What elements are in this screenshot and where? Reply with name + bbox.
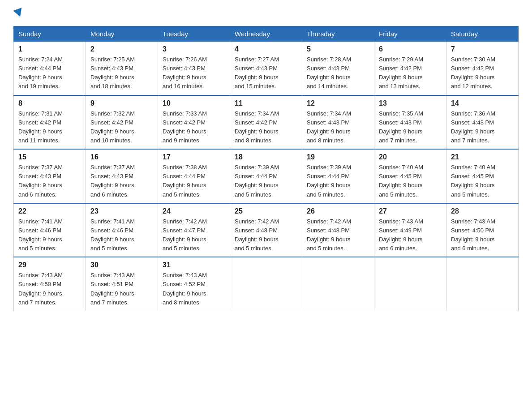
day-number: 10	[163, 99, 225, 107]
calendar-cell: 16Sunrise: 7:37 AMSunset: 4:43 PMDayligh…	[86, 149, 158, 203]
calendar-cell: 4Sunrise: 7:27 AMSunset: 4:43 PMDaylight…	[230, 42, 302, 95]
day-info: Sunrise: 7:40 AMSunset: 4:45 PMDaylight:…	[451, 163, 514, 199]
calendar-cell: 1Sunrise: 7:24 AMSunset: 4:44 PMDaylight…	[14, 42, 86, 95]
calendar-cell	[446, 257, 519, 311]
calendar-cell: 13Sunrise: 7:35 AMSunset: 4:43 PMDayligh…	[374, 95, 446, 150]
calendar-cell: 21Sunrise: 7:40 AMSunset: 4:45 PMDayligh…	[446, 149, 519, 203]
day-info: Sunrise: 7:27 AMSunset: 4:43 PMDaylight:…	[235, 55, 297, 91]
day-number: 3	[163, 45, 225, 53]
day-number: 11	[235, 99, 297, 107]
calendar-cell: 12Sunrise: 7:34 AMSunset: 4:43 PMDayligh…	[302, 95, 374, 150]
calendar-week-2: 8Sunrise: 7:31 AMSunset: 4:42 PMDaylight…	[14, 95, 519, 150]
weekday-header-row: SundayMondayTuesdayWednesdayThursdayFrid…	[14, 26, 519, 42]
day-number: 12	[307, 99, 369, 107]
weekday-header-monday: Monday	[86, 26, 158, 42]
day-info: Sunrise: 7:42 AMSunset: 4:47 PMDaylight:…	[163, 217, 225, 253]
calendar-cell: 23Sunrise: 7:41 AMSunset: 4:46 PMDayligh…	[86, 203, 158, 257]
weekday-header-wednesday: Wednesday	[230, 26, 302, 42]
logo-triangle-icon	[13, 8, 25, 18]
calendar-week-4: 22Sunrise: 7:41 AMSunset: 4:46 PMDayligh…	[14, 203, 519, 257]
day-number: 9	[90, 99, 153, 107]
calendar-cell: 9Sunrise: 7:32 AMSunset: 4:42 PMDaylight…	[86, 95, 158, 150]
day-info: Sunrise: 7:24 AMSunset: 4:44 PMDaylight:…	[18, 55, 81, 91]
calendar-cell: 29Sunrise: 7:43 AMSunset: 4:50 PMDayligh…	[14, 257, 86, 311]
day-number: 29	[18, 261, 81, 269]
calendar-cell: 28Sunrise: 7:43 AMSunset: 4:50 PMDayligh…	[446, 203, 519, 257]
calendar-cell: 6Sunrise: 7:29 AMSunset: 4:42 PMDaylight…	[374, 42, 446, 95]
calendar-week-3: 15Sunrise: 7:37 AMSunset: 4:43 PMDayligh…	[14, 149, 519, 203]
calendar-week-5: 29Sunrise: 7:43 AMSunset: 4:50 PMDayligh…	[14, 257, 519, 311]
calendar-cell: 27Sunrise: 7:43 AMSunset: 4:49 PMDayligh…	[374, 203, 446, 257]
day-number: 26	[307, 207, 369, 215]
weekday-header-saturday: Saturday	[446, 26, 519, 42]
day-info: Sunrise: 7:37 AMSunset: 4:43 PMDaylight:…	[90, 163, 153, 199]
calendar-cell	[374, 257, 446, 311]
calendar-cell: 31Sunrise: 7:43 AMSunset: 4:52 PMDayligh…	[158, 257, 230, 311]
day-info: Sunrise: 7:43 AMSunset: 4:50 PMDaylight:…	[18, 271, 81, 307]
day-number: 13	[379, 99, 442, 107]
weekday-header-thursday: Thursday	[302, 26, 374, 42]
day-info: Sunrise: 7:29 AMSunset: 4:42 PMDaylight:…	[379, 55, 442, 91]
calendar-cell: 30Sunrise: 7:43 AMSunset: 4:51 PMDayligh…	[86, 257, 158, 311]
day-number: 23	[90, 207, 153, 215]
logo-text	[13, 9, 23, 17]
day-info: Sunrise: 7:36 AMSunset: 4:43 PMDaylight:…	[451, 109, 514, 146]
calendar-cell: 22Sunrise: 7:41 AMSunset: 4:46 PMDayligh…	[14, 203, 86, 257]
day-info: Sunrise: 7:25 AMSunset: 4:43 PMDaylight:…	[90, 55, 153, 91]
day-info: Sunrise: 7:41 AMSunset: 4:46 PMDaylight:…	[18, 217, 81, 253]
day-info: Sunrise: 7:34 AMSunset: 4:43 PMDaylight:…	[307, 109, 369, 146]
day-info: Sunrise: 7:26 AMSunset: 4:43 PMDaylight:…	[163, 55, 225, 91]
logo	[13, 9, 23, 17]
page-header	[13, 9, 519, 17]
calendar-cell: 8Sunrise: 7:31 AMSunset: 4:42 PMDaylight…	[14, 95, 86, 150]
calendar-cell: 19Sunrise: 7:39 AMSunset: 4:44 PMDayligh…	[302, 149, 374, 203]
day-number: 24	[163, 207, 225, 215]
weekday-header-friday: Friday	[374, 26, 446, 42]
day-info: Sunrise: 7:43 AMSunset: 4:50 PMDaylight:…	[451, 217, 514, 253]
day-number: 20	[379, 153, 442, 161]
day-info: Sunrise: 7:30 AMSunset: 4:42 PMDaylight:…	[451, 55, 514, 91]
day-info: Sunrise: 7:37 AMSunset: 4:43 PMDaylight:…	[18, 163, 81, 199]
day-info: Sunrise: 7:40 AMSunset: 4:45 PMDaylight:…	[379, 163, 442, 199]
day-number: 30	[90, 261, 153, 269]
day-number: 21	[451, 153, 514, 161]
day-info: Sunrise: 7:43 AMSunset: 4:51 PMDaylight:…	[90, 271, 153, 307]
day-info: Sunrise: 7:31 AMSunset: 4:42 PMDaylight:…	[18, 109, 81, 146]
calendar-cell: 11Sunrise: 7:34 AMSunset: 4:42 PMDayligh…	[230, 95, 302, 150]
calendar-cell: 24Sunrise: 7:42 AMSunset: 4:47 PMDayligh…	[158, 203, 230, 257]
day-number: 16	[90, 153, 153, 161]
day-info: Sunrise: 7:28 AMSunset: 4:43 PMDaylight:…	[307, 55, 369, 91]
calendar-table: SundayMondayTuesdayWednesdayThursdayFrid…	[13, 26, 519, 311]
day-number: 17	[163, 153, 225, 161]
day-info: Sunrise: 7:32 AMSunset: 4:42 PMDaylight:…	[90, 109, 153, 146]
day-number: 14	[451, 99, 514, 107]
calendar-cell: 20Sunrise: 7:40 AMSunset: 4:45 PMDayligh…	[374, 149, 446, 203]
calendar-cell: 15Sunrise: 7:37 AMSunset: 4:43 PMDayligh…	[14, 149, 86, 203]
calendar-cell	[302, 257, 374, 311]
calendar-cell: 5Sunrise: 7:28 AMSunset: 4:43 PMDaylight…	[302, 42, 374, 95]
day-number: 1	[18, 45, 81, 53]
calendar-cell: 17Sunrise: 7:38 AMSunset: 4:44 PMDayligh…	[158, 149, 230, 203]
day-number: 25	[235, 207, 297, 215]
day-info: Sunrise: 7:39 AMSunset: 4:44 PMDaylight:…	[235, 163, 297, 199]
day-info: Sunrise: 7:38 AMSunset: 4:44 PMDaylight:…	[163, 163, 225, 199]
calendar-cell: 2Sunrise: 7:25 AMSunset: 4:43 PMDaylight…	[86, 42, 158, 95]
calendar-cell	[230, 257, 302, 311]
calendar-cell: 25Sunrise: 7:42 AMSunset: 4:48 PMDayligh…	[230, 203, 302, 257]
day-info: Sunrise: 7:41 AMSunset: 4:46 PMDaylight:…	[90, 217, 153, 253]
day-info: Sunrise: 7:33 AMSunset: 4:42 PMDaylight:…	[163, 109, 225, 146]
day-info: Sunrise: 7:43 AMSunset: 4:49 PMDaylight:…	[379, 217, 442, 253]
day-number: 28	[451, 207, 514, 215]
day-number: 4	[235, 45, 297, 53]
day-number: 2	[90, 45, 153, 53]
day-number: 7	[451, 45, 514, 53]
day-number: 6	[379, 45, 442, 53]
day-number: 27	[379, 207, 442, 215]
day-info: Sunrise: 7:39 AMSunset: 4:44 PMDaylight:…	[307, 163, 369, 199]
day-info: Sunrise: 7:42 AMSunset: 4:48 PMDaylight:…	[235, 217, 297, 253]
day-info: Sunrise: 7:34 AMSunset: 4:42 PMDaylight:…	[235, 109, 297, 146]
day-number: 19	[307, 153, 369, 161]
day-number: 31	[163, 261, 225, 269]
calendar-cell: 3Sunrise: 7:26 AMSunset: 4:43 PMDaylight…	[158, 42, 230, 95]
calendar-cell: 18Sunrise: 7:39 AMSunset: 4:44 PMDayligh…	[230, 149, 302, 203]
